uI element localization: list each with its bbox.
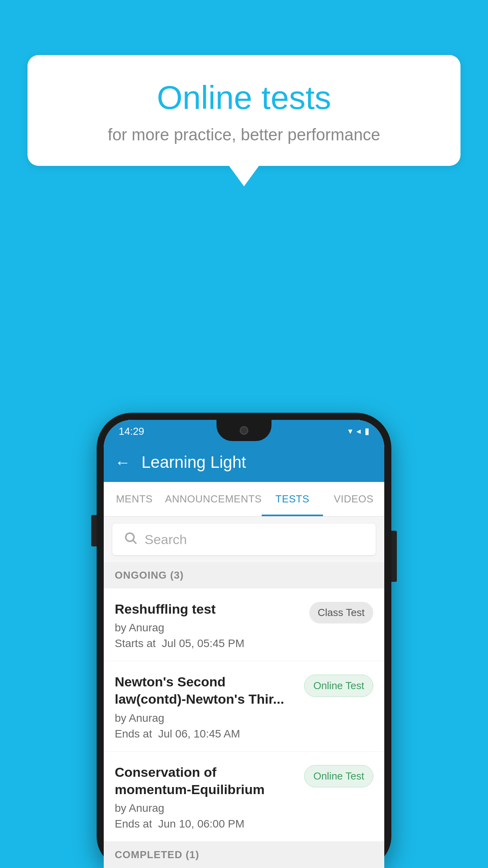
test-date-1: Starts at Jul 05, 05:45 PM	[115, 637, 301, 650]
test-item-1[interactable]: Reshuffling test by Anurag Starts at Jul…	[104, 588, 384, 661]
bubble-title: Online tests	[59, 79, 429, 117]
back-button[interactable]: ←	[115, 454, 130, 471]
bubble-subtitle: for more practice, better performance	[59, 125, 429, 144]
battery-icon: ▮	[365, 426, 369, 436]
phone-container: 14:29 ▾ ◂ ▮ ← Learning Light MENTS ANNOU…	[97, 413, 391, 868]
search-container: Search	[104, 517, 384, 562]
test-title-2: Newton's Second law(contd)-Newton's Thir…	[115, 673, 296, 708]
status-icons: ▾ ◂ ▮	[348, 426, 369, 436]
test-title-1: Reshuffling test	[115, 600, 301, 618]
status-time: 14:29	[119, 425, 144, 438]
notch	[216, 420, 272, 441]
status-bar: 14:29 ▾ ◂ ▮	[104, 420, 384, 443]
test-info-2: Newton's Second law(contd)-Newton's Thir…	[115, 673, 304, 740]
test-date-3: Ends at Jun 10, 06:00 PM	[115, 818, 296, 830]
test-date-2: Ends at Jul 06, 10:45 AM	[115, 728, 296, 740]
wifi-icon: ▾	[348, 426, 352, 436]
test-badge-2: Online Test	[304, 675, 373, 697]
svg-point-0	[126, 533, 134, 541]
tab-videos[interactable]: VIDEOS	[323, 482, 384, 516]
tabs-bar: MENTS ANNOUNCEMENTS TESTS VIDEOS	[104, 482, 384, 517]
signal-icon: ◂	[356, 426, 361, 436]
tab-tests[interactable]: TESTS	[262, 482, 323, 516]
speech-bubble: Online tests for more practice, better p…	[28, 55, 460, 166]
search-box[interactable]: Search	[112, 524, 376, 555]
test-item-2[interactable]: Newton's Second law(contd)-Newton's Thir…	[104, 661, 384, 751]
test-badge-1: Class Test	[309, 602, 373, 623]
test-item-3[interactable]: Conservation of momentum-Equilibrium by …	[104, 752, 384, 842]
test-author-2: by Anurag	[115, 712, 296, 725]
test-info-3: Conservation of momentum-Equilibrium by …	[115, 763, 304, 830]
test-author-3: by Anurag	[115, 802, 296, 815]
test-title-3: Conservation of momentum-Equilibrium	[115, 763, 296, 798]
ongoing-section-header: ONGOING (3)	[104, 562, 384, 588]
test-badge-3: Online Test	[304, 765, 373, 787]
bubble-arrow	[229, 166, 259, 186]
search-input[interactable]: Search	[145, 532, 187, 547]
tab-announcements[interactable]: ANNOUNCEMENTS	[165, 482, 262, 516]
tab-ments[interactable]: MENTS	[104, 482, 165, 516]
completed-label: COMPLETED (1)	[115, 849, 199, 861]
test-author-1: by Anurag	[115, 622, 301, 634]
search-icon	[123, 531, 138, 548]
speech-bubble-area: Online tests for more practice, better p…	[28, 55, 460, 186]
app-title: Learning Light	[141, 453, 246, 472]
test-info-1: Reshuffling test by Anurag Starts at Jul…	[115, 600, 309, 650]
test-list: Reshuffling test by Anurag Starts at Jul…	[104, 588, 384, 842]
app-bar: ← Learning Light	[104, 443, 384, 482]
phone-outer: 14:29 ▾ ◂ ▮ ← Learning Light MENTS ANNOU…	[97, 413, 391, 868]
phone-screen: 14:29 ▾ ◂ ▮ ← Learning Light MENTS ANNOU…	[104, 420, 384, 868]
svg-line-1	[133, 540, 136, 543]
camera	[240, 426, 248, 435]
ongoing-label: ONGOING (3)	[115, 569, 184, 581]
completed-section-header: COMPLETED (1)	[104, 842, 384, 868]
